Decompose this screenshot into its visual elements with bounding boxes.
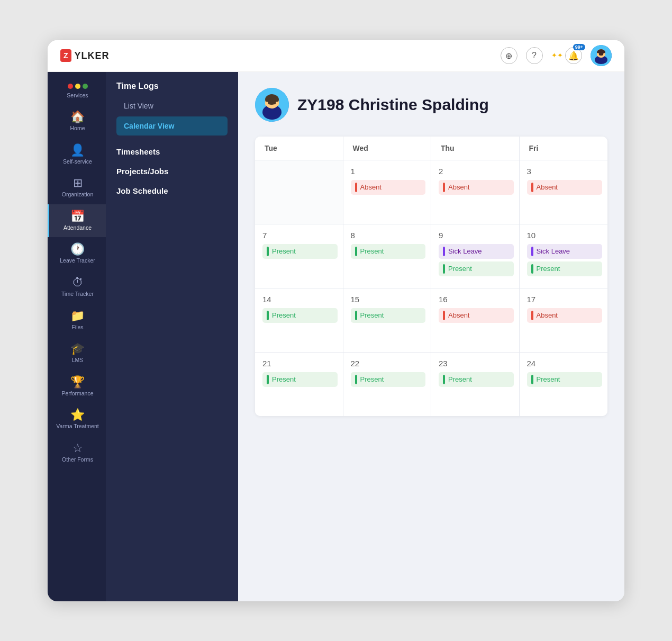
lms-icon: 🎓 bbox=[70, 343, 85, 355]
present-bar-9 bbox=[443, 264, 445, 274]
absent-bar-17 bbox=[531, 311, 533, 320]
avatar-svg bbox=[591, 45, 612, 66]
present-bar-8 bbox=[355, 247, 357, 256]
cell-7[interactable]: 7 Present bbox=[255, 224, 343, 288]
user-avatar[interactable] bbox=[591, 45, 612, 66]
cell-14[interactable]: 14 Present bbox=[255, 288, 343, 352]
event-16-absent[interactable]: Absent bbox=[439, 308, 514, 323]
sidebar-item-other-forms[interactable]: ☆ Other Forms bbox=[48, 436, 106, 470]
event-17-absent[interactable]: Absent bbox=[527, 308, 603, 323]
event-22-present[interactable]: Present bbox=[351, 372, 426, 387]
event-16-label: Absent bbox=[448, 311, 469, 319]
employee-avatar bbox=[255, 88, 289, 122]
cell-16[interactable]: 16 Absent bbox=[431, 288, 520, 352]
event-7-label: Present bbox=[272, 247, 296, 255]
event-8-label: Present bbox=[360, 247, 384, 255]
cell-23[interactable]: 23 Present bbox=[431, 353, 520, 416]
date-21: 21 bbox=[262, 359, 338, 368]
files-icon: 📁 bbox=[70, 310, 85, 322]
event-9-present[interactable]: Present bbox=[439, 261, 514, 276]
event-9-sick[interactable]: Sick Leave bbox=[439, 244, 514, 259]
sidebar-item-organization[interactable]: ⊞ Organization bbox=[48, 171, 106, 204]
cell-10[interactable]: 10 Sick Leave Present bbox=[520, 224, 608, 288]
organization-icon: ⊞ bbox=[73, 177, 83, 189]
leave-tracker-icon: 🕐 bbox=[70, 243, 85, 255]
cell-17[interactable]: 17 Absent bbox=[520, 288, 608, 352]
event-10-sick-label: Sick Leave bbox=[537, 247, 570, 255]
help-button[interactable]: ? bbox=[526, 47, 543, 64]
logo-box: Z bbox=[60, 49, 71, 62]
sidebar-item-self-service[interactable]: 👤 Self-service bbox=[48, 138, 106, 171]
logo[interactable]: Z YLKER bbox=[60, 49, 110, 62]
cell-2[interactable]: 2 Absent bbox=[431, 160, 520, 224]
sidebar-item-lms[interactable]: 🎓 LMS bbox=[48, 337, 106, 370]
submenu-list-view[interactable]: List View bbox=[116, 96, 228, 115]
absent-bar-2 bbox=[443, 183, 445, 192]
event-1-absent[interactable]: Absent bbox=[351, 180, 426, 195]
date-14: 14 bbox=[262, 295, 338, 304]
present-bar-15 bbox=[355, 311, 357, 320]
date-23: 23 bbox=[439, 359, 514, 368]
absent-bar-16 bbox=[443, 311, 445, 320]
sidebar-item-attendance[interactable]: 📅 Attendance bbox=[48, 204, 106, 238]
cell-3[interactable]: 3 Absent bbox=[520, 160, 608, 224]
sidebar-label-lms: LMS bbox=[72, 357, 84, 364]
submenu-job-schedule[interactable]: Job Schedule bbox=[106, 179, 238, 198]
event-10-sick[interactable]: Sick Leave bbox=[527, 244, 603, 259]
col-wed: Wed bbox=[343, 137, 432, 160]
sidebar-item-varma-treatment[interactable]: ⭐ Varma Treatment bbox=[48, 403, 106, 436]
event-23-present[interactable]: Present bbox=[439, 372, 514, 387]
sick-bar-10 bbox=[531, 247, 533, 256]
event-17-label: Absent bbox=[537, 311, 558, 319]
sidebar-item-performance[interactable]: 🏆 Performance bbox=[48, 370, 106, 403]
sidebar-label-varma-treatment: Varma Treatment bbox=[56, 423, 98, 430]
cell-1[interactable]: 1 Absent bbox=[343, 160, 432, 224]
sidebar-item-services[interactable]: Services bbox=[48, 77, 106, 105]
event-21-present[interactable]: Present bbox=[262, 372, 338, 387]
sidebar-label-home: Home bbox=[70, 125, 85, 132]
cell-22[interactable]: 22 Present bbox=[343, 353, 432, 416]
event-10-present-label: Present bbox=[537, 265, 560, 273]
sidebar-item-time-tracker[interactable]: ⏱ Time Tracker bbox=[48, 270, 106, 304]
event-15-present[interactable]: Present bbox=[351, 308, 426, 323]
event-14-present[interactable]: Present bbox=[262, 308, 338, 323]
sidebar-item-leave-tracker[interactable]: 🕐 Leave Tracker bbox=[48, 237, 106, 270]
sidebar-label-organization: Organization bbox=[62, 191, 94, 198]
submenu-calendar-view[interactable]: Calendar View bbox=[116, 116, 228, 136]
date-3: 3 bbox=[527, 167, 603, 176]
submenu-title: Time Logs bbox=[116, 82, 228, 91]
notification-button[interactable]: ✦✦ 🔔 99+ bbox=[551, 47, 582, 64]
sidebar-item-files[interactable]: 📁 Files bbox=[48, 304, 106, 337]
bell-icon: 🔔 bbox=[568, 51, 579, 61]
sidebar-label-other-forms: Other Forms bbox=[62, 456, 93, 463]
employee-name: ZY198 Christine Spalding bbox=[297, 96, 489, 114]
event-9-present-label: Present bbox=[448, 265, 472, 273]
sidebar-item-home[interactable]: 🏠 Home bbox=[48, 105, 106, 138]
event-8-present[interactable]: Present bbox=[351, 244, 426, 259]
event-3-absent[interactable]: Absent bbox=[527, 180, 603, 195]
present-bar-24 bbox=[531, 375, 533, 384]
event-24-present[interactable]: Present bbox=[527, 372, 603, 387]
event-7-present[interactable]: Present bbox=[262, 244, 338, 259]
employee-avatar-svg bbox=[255, 88, 289, 122]
submenu-projects-jobs[interactable]: Projects/Jobs bbox=[106, 159, 238, 179]
event-23-label: Present bbox=[448, 375, 472, 383]
submenu-timesheets[interactable]: Timesheets bbox=[106, 140, 238, 159]
services-icon bbox=[68, 84, 88, 89]
cell-15[interactable]: 15 Present bbox=[343, 288, 432, 352]
date-2: 2 bbox=[439, 167, 514, 176]
cell-empty bbox=[255, 160, 343, 224]
date-8: 8 bbox=[351, 231, 426, 240]
add-button[interactable]: ⊕ bbox=[501, 47, 517, 64]
cell-24[interactable]: 24 Present bbox=[520, 353, 608, 416]
cell-9[interactable]: 9 Sick Leave Present bbox=[431, 224, 520, 288]
cell-8[interactable]: 8 Present bbox=[343, 224, 432, 288]
event-10-present[interactable]: Present bbox=[527, 261, 603, 276]
cell-21[interactable]: 21 Present bbox=[255, 353, 343, 416]
performance-icon: 🏆 bbox=[70, 376, 85, 388]
date-16: 16 bbox=[439, 295, 514, 304]
event-2-absent[interactable]: Absent bbox=[439, 180, 514, 195]
present-bar-14 bbox=[267, 311, 269, 320]
svg-point-5 bbox=[603, 53, 605, 56]
present-bar-7 bbox=[267, 247, 269, 256]
